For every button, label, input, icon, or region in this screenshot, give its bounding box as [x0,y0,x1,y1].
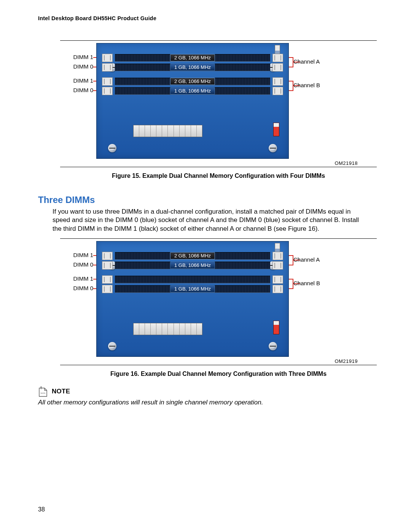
dimm-label: DIMM 0 [73,285,94,291]
channel-label: Channel A [293,256,320,263]
dimm-bar: 1 GB, 1066 MHz [115,64,270,71]
dimm-slot: 2 GB, 1066 MHz [102,251,283,260]
figure-16-board-wrap: 2 GB, 1066 MHz 1 GB, 1066 MHz [96,241,289,357]
dimm-clip-icon [272,87,283,95]
figure-15-left-labels: DIMM 1 DIMM 0 DIMM 1 DIMM 0 [60,43,96,159]
note-title: NOTE [52,388,70,395]
dimm-capacity-label: 2 GB, 1066 MHz [170,54,215,61]
dimm-label: DIMM 0 [73,63,94,70]
note-icon: NOTE [38,386,48,397]
page-header-title: Intel Desktop Board DH55HC Product Guide [38,15,377,21]
dimm-clip-icon [272,285,283,293]
dimm-bar: 2 GB, 1066 MHz [115,252,270,260]
atx-connector-icon [133,323,202,335]
dimm-label: DIMM 1 [73,54,94,60]
dimm-bar: 1 GB, 1066 MHz [115,87,270,95]
dimm-capacity-label: 1 GB, 1066 MHz [170,262,215,269]
dimm-clip-icon [272,77,283,86]
dimm-label: DIMM 0 [73,261,94,268]
channel-label: Channel A [293,58,320,65]
dimm-slot: 2 GB, 1066 MHz [102,53,283,62]
dimm-capacity-label: 2 GB, 1066 MHz [170,252,215,259]
dimm-label: DIMM 1 [73,252,94,258]
dimm-bar: 1 GB, 1066 MHz [115,262,270,269]
screw-icon [108,144,116,152]
screw-icon [108,342,116,350]
dimm-clip-icon [102,275,113,284]
figure-15-caption: Figure 15. Example Dual Channel Memory C… [60,173,377,179]
page-number: 38 [38,506,45,513]
figure-16-caption: Figure 16. Example Dual Channel Memory C… [60,371,377,377]
dimm-clip-icon [272,63,283,72]
figure-reference-id: OM21918 [60,159,377,166]
channel-label: Channel B [293,280,320,286]
dimm-label: DIMM 0 [73,87,94,93]
figure-15-right-labels: Channel A Channel B [289,43,327,159]
figure-16-block: DIMM 1 DIMM 0 DIMM 1 DIMM 0 [60,238,377,365]
connector-icon [273,123,279,136]
dimm-clip-icon [102,261,113,270]
dimm-bar: 2 GB, 1066 MHz [115,54,270,62]
figure-reference-id: OM21919 [60,357,377,364]
dimm-capacity-label: 1 GB, 1066 MHz [170,64,215,71]
atx-connector-icon [133,125,202,137]
document-page: Intel Desktop Board DH55HC Product Guide… [0,0,411,532]
dimm-bar: 1 GB, 1066 MHz [115,285,270,293]
section-body-text: If you want to use three DIMMs in a dual… [53,208,368,233]
screw-icon [269,144,277,152]
dimm-slot: 1 GB, 1066 MHz [102,63,283,72]
dimm-label: DIMM 1 [73,77,94,84]
dimm-slot: 1 GB, 1066 MHz [102,284,283,294]
dimm-clip-icon [102,252,113,260]
dimm-clip-icon [272,252,283,260]
dimm-capacity-label: 2 GB, 1066 MHz [170,78,215,85]
dimm-slot: 1 GB, 1066 MHz [102,86,283,96]
figure-16-inner: DIMM 1 DIMM 0 DIMM 1 DIMM 0 [60,241,377,357]
motherboard-diagram: 2 GB, 1066 MHz 1 GB, 1066 MHz 2 GB, 1066… [96,43,289,159]
figure-15-inner: DIMM 1 DIMM 0 DIMM 1 DIMM 0 [60,43,377,159]
dimm-slot: 1 GB, 1066 MHz [102,261,283,270]
screw-icon [269,342,277,350]
dimm-capacity-label: 1 GB, 1066 MHz [170,87,215,94]
channel-label: Channel B [293,82,320,88]
dimm-slot [102,275,283,284]
dimm-clip-icon [102,63,113,72]
dimm-capacity-label: 1 GB, 1066 MHz [170,285,215,292]
dimm-bar [115,276,270,283]
dimm-clip-icon [272,275,283,284]
dimm-slot: 2 GB, 1066 MHz [102,77,283,86]
dimm-bar: 2 GB, 1066 MHz [115,78,270,85]
figure-16-right-labels: Channel A Channel B [289,241,327,357]
dimm-clip-icon [102,54,113,62]
section-heading-three-dimms: Three DIMMs [38,195,377,205]
dimm-clip-icon [272,261,283,270]
motherboard-diagram: 2 GB, 1066 MHz 1 GB, 1066 MHz [96,241,289,357]
dimm-clip-icon [102,77,113,86]
dimm-label: DIMM 1 [73,275,94,282]
figure-16-left-labels: DIMM 1 DIMM 0 DIMM 1 DIMM 0 [60,241,96,357]
figure-15-block: DIMM 1 DIMM 0 DIMM 1 DIMM 0 [60,40,377,167]
note-header: NOTE NOTE [38,386,377,397]
dimm-clip-icon [102,285,113,293]
dimm-clip-icon [102,87,113,95]
connector-icon [273,321,279,334]
svg-rect-1 [41,387,41,389]
figure-15-board-wrap: 2 GB, 1066 MHz 1 GB, 1066 MHz 2 GB, 1066… [96,43,289,159]
dimm-clip-icon [272,54,283,62]
svg-text:NOTE: NOTE [40,392,45,394]
note-body-text: All other memory configurations will res… [38,399,377,406]
